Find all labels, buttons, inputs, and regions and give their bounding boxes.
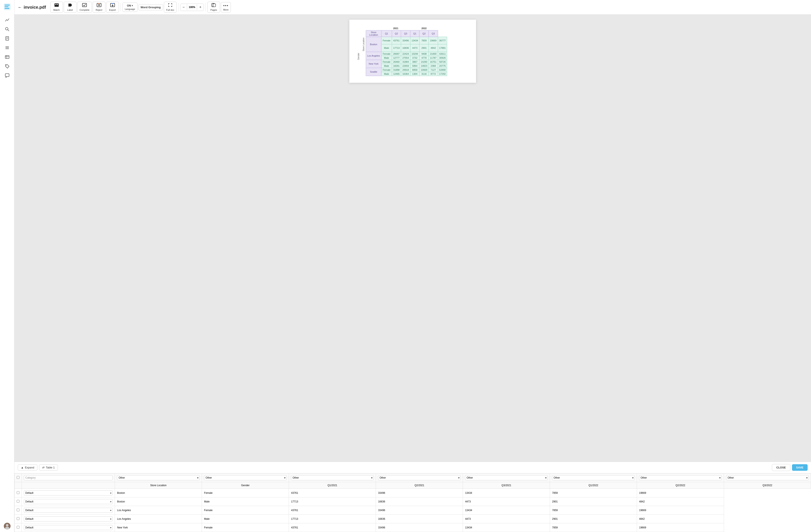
close-button[interactable]: CLOSE <box>772 464 790 471</box>
language-dropdown[interactable]: ON ▾ Language <box>122 2 137 12</box>
data-cell: 43761 <box>289 489 376 497</box>
data-cell: 2901 <box>550 497 637 506</box>
label-button[interactable]: Label <box>64 2 76 13</box>
gender-cell: Male <box>381 64 392 68</box>
col-sublabel: Q3/2022 <box>724 482 811 489</box>
document-icon[interactable] <box>3 35 11 42</box>
data-cell: 14290 <box>419 60 429 64</box>
col-type-select[interactable]: OtherStore LocationGenderQ1/2021Q2/2021Q… <box>639 475 722 480</box>
data-cell: 17292 <box>438 72 447 76</box>
col-type-select[interactable]: OtherStore LocationGenderQ1/2021Q2/2021Q… <box>117 475 200 480</box>
full-doc-button[interactable]: Full doc <box>164 2 177 13</box>
data-table: CategoryOtherStore LocationGenderQ1/2021… <box>14 473 811 532</box>
data-cell: 8858 <box>410 68 419 72</box>
svg-line-5 <box>7 30 9 31</box>
word-grouping-dropdown[interactable]: Word Grouping <box>138 4 163 10</box>
data-cell: 22424 <box>401 52 410 56</box>
q2-2022-header: Q2 <box>419 30 429 37</box>
row-checkbox[interactable] <box>17 526 19 529</box>
row-checkbox[interactable] <box>17 517 19 520</box>
data-cell: 7859 <box>419 37 429 44</box>
search-icon[interactable] <box>3 25 11 33</box>
expand-label: Expand <box>25 466 34 469</box>
data-cell: 17713 <box>289 515 376 523</box>
data-cell: 26687 <box>392 52 401 56</box>
match-button[interactable]: Match <box>50 2 63 13</box>
row-category-select[interactable]: DefaultOther <box>24 499 112 504</box>
data-cell: 4473 <box>463 515 550 523</box>
export-button[interactable]: Export <box>106 2 119 13</box>
year-2021-header: 2021 <box>381 26 410 30</box>
zoom-in-button[interactable]: + <box>197 4 203 11</box>
data-cell: 43761 <box>289 523 376 532</box>
data-cell: 13434 <box>463 523 550 532</box>
user-avatar[interactable] <box>4 523 11 530</box>
data-cell: 33496 <box>401 37 410 44</box>
zoom-out-button[interactable]: − <box>180 4 187 11</box>
col-type-select[interactable]: OtherStore LocationGenderQ1/2021Q2/2021Q… <box>465 475 548 480</box>
data-cell: 17713 <box>289 497 376 506</box>
complete-button[interactable]: Complete <box>77 2 92 13</box>
row-checkbox[interactable] <box>17 508 19 511</box>
col-sublabel: Gender <box>202 482 289 489</box>
city-cell: Boston <box>366 37 381 52</box>
svg-point-4 <box>5 28 8 30</box>
more-button[interactable]: ••• More <box>221 2 231 13</box>
data-cell: 4473 <box>410 44 419 52</box>
col-type-select[interactable]: OtherStore LocationGenderQ1/2021Q2/2021Q… <box>291 475 373 480</box>
select-all-checkbox[interactable] <box>17 476 19 479</box>
data-cell: New York <box>115 523 202 532</box>
row-checkbox[interactable] <box>17 491 19 494</box>
list-icon[interactable] <box>3 44 11 51</box>
data-table-container: CategoryOtherStore LocationGenderQ1/2021… <box>14 473 811 532</box>
table-icon[interactable] <box>3 53 11 61</box>
row-category-select[interactable]: DefaultOther <box>24 516 112 521</box>
row-category-select[interactable]: DefaultOther <box>24 525 112 530</box>
expand-button[interactable]: ▲ Expand <box>18 465 37 471</box>
comment-icon[interactable] <box>3 72 11 79</box>
row-category-select[interactable]: DefaultOther <box>24 490 112 496</box>
data-cell: 4473 <box>463 497 550 506</box>
save-button[interactable]: SAVE <box>792 464 808 471</box>
svg-rect-21 <box>55 4 56 5</box>
svg-point-19 <box>5 527 9 530</box>
col-type-select[interactable]: OtherStore LocationGenderQ1/2021Q2/2021Q… <box>204 475 287 480</box>
pages-button[interactable]: Pages <box>208 2 220 13</box>
col-type-select[interactable]: OtherStore LocationGenderQ1/2021Q2/2021Q… <box>726 475 809 480</box>
data-cell: 42611 <box>438 52 447 56</box>
reject-button[interactable]: Reject <box>93 2 105 13</box>
col-type-select[interactable]: OtherStore LocationGenderQ1/2021Q2/2021Q… <box>378 475 461 480</box>
data-cell: 36777 <box>438 37 447 44</box>
data-cell: 19669 <box>637 506 724 515</box>
table-row: DefaultOther▾BostonFemale437613349613434… <box>15 489 811 497</box>
col-sublabel: Q2/2021 <box>376 482 463 489</box>
col-type-select[interactable]: OtherStore LocationGenderQ1/2021Q2/2021Q… <box>552 475 634 480</box>
data-cell: 7859 <box>550 523 637 532</box>
data-cell: 11787 <box>429 56 438 60</box>
zoom-value: 100% <box>187 4 197 10</box>
more-label: More <box>223 9 229 11</box>
pages-icon <box>212 3 216 8</box>
data-cell: 5864 <box>410 64 419 68</box>
tag-icon[interactable] <box>3 62 11 70</box>
table-selector-button[interactable]: ⇄ Table 1 <box>39 465 58 471</box>
chevron-down-icon: ▾ <box>132 4 133 7</box>
row-checkbox[interactable] <box>17 500 19 503</box>
data-cell: 14823 <box>419 64 429 68</box>
data-cell: 31884 <box>401 60 410 64</box>
chart-icon[interactable] <box>3 16 11 24</box>
app-logo[interactable] <box>3 2 11 11</box>
q3-2022-header: Q3 <box>429 30 438 37</box>
category-header-select[interactable]: Category <box>24 475 112 480</box>
full-doc-icon <box>168 3 172 8</box>
back-button[interactable]: ← invoice.pdf <box>18 5 46 10</box>
data-cell: 33496 <box>376 489 463 497</box>
data-cell: 2901 <box>550 515 637 523</box>
data-cell: 4770 <box>419 56 429 60</box>
data-cell: 4842 <box>637 515 724 523</box>
data-cell: 13434 <box>410 37 419 44</box>
gender-cell: Male <box>381 56 392 60</box>
row-category-select[interactable]: DefaultOther <box>24 508 112 513</box>
svg-rect-3 <box>5 8 9 9</box>
complete-label: Complete <box>80 9 90 11</box>
